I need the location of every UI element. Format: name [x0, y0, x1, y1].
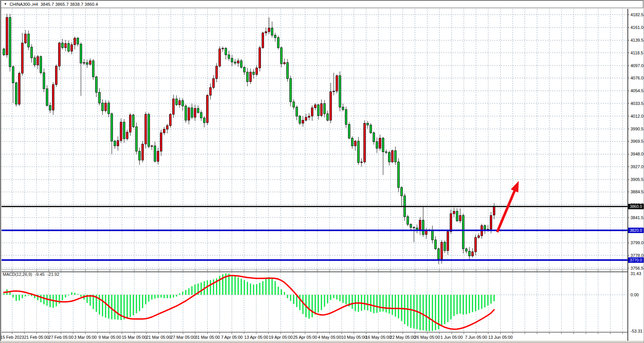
macd-bar: [447, 295, 449, 322]
candle-down: [385, 152, 387, 153]
macd-bar: [74, 293, 76, 295]
time-axis-label: 27 Mar 05:00: [170, 335, 195, 340]
candle-down: [80, 44, 82, 63]
macd-bar: [386, 295, 387, 313]
macd-bar: [47, 295, 48, 306]
macd-scale-zero: 0.00: [631, 292, 639, 297]
candle-down: [376, 142, 378, 148]
candle-up: [89, 61, 91, 64]
time-axis-label: 10 May 05:00: [341, 335, 367, 340]
candle-down: [185, 106, 187, 120]
macd-bar: [380, 295, 381, 312]
candle-down: [92, 61, 94, 77]
candle-down: [62, 43, 64, 47]
candle-down: [253, 72, 255, 74]
price-levels[interactable]: [2, 206, 628, 260]
candle-up: [179, 101, 181, 105]
macd-bar: [118, 295, 119, 320]
candle-up: [219, 49, 221, 66]
macd-bar: [472, 295, 473, 312]
candle-up: [493, 206, 495, 215]
candle-down: [154, 146, 156, 161]
time-axis-label: 15 Mar 05:00: [122, 335, 147, 340]
macd-bar: [250, 284, 251, 295]
window-left-edge: [0, 0, 1, 343]
candle-down: [40, 57, 42, 73]
macd-bar: [389, 295, 390, 314]
candle-up: [170, 114, 172, 125]
macd-bar: [426, 295, 427, 331]
candle-down: [274, 35, 276, 37]
symbol-dropdown-icon[interactable]: ▼: [4, 3, 7, 6]
candle-down: [240, 61, 242, 68]
candle-down: [370, 125, 372, 133]
candle-down: [9, 17, 11, 67]
candle-down: [31, 47, 33, 58]
macd-bar: [367, 295, 368, 311]
candle-down: [296, 107, 298, 116]
macd-bar: [466, 295, 467, 314]
macd-bar: [62, 295, 63, 300]
macd-bar: [398, 295, 399, 318]
candle-down: [43, 73, 45, 89]
candle-up: [450, 214, 452, 231]
candle-down: [388, 152, 390, 162]
candle-up: [250, 72, 252, 82]
macd-bar: [444, 295, 446, 324]
candle-down: [345, 110, 347, 125]
macd-bar: [155, 295, 156, 299]
macd-bar: [299, 295, 301, 310]
candle-down: [99, 92, 101, 103]
macd-bar: [232, 275, 233, 295]
macd-bar: [395, 295, 396, 317]
price-axis-label: 4118.5: [631, 51, 643, 55]
candle-up: [216, 66, 218, 78]
candle-down: [77, 38, 79, 44]
macd-bar: [247, 282, 248, 295]
macd-bar: [19, 295, 20, 301]
time-axis-label: 31 Mar 05:00: [195, 335, 220, 340]
macd-bar: [16, 295, 17, 301]
price-axis-label: 3756.5: [631, 266, 644, 270]
candle-down: [203, 118, 205, 123]
time-axis-label: 26 May 05:00: [414, 335, 440, 340]
candle-up: [478, 236, 480, 238]
price-axis-label: 4076.0: [631, 76, 644, 80]
macd-bar: [105, 295, 106, 318]
candle-up: [475, 238, 477, 252]
macd-bar: [340, 295, 341, 301]
macd-name: MACD(12,26,9): [3, 272, 32, 277]
candle-up: [311, 108, 313, 116]
candle-down: [466, 249, 467, 251]
macd-bar: [229, 274, 230, 295]
candle-up: [166, 126, 168, 129]
candle-down: [299, 116, 301, 123]
price-axis-label: 4139.5: [631, 38, 644, 42]
macd-bar: [192, 286, 193, 295]
price-axis-labels[interactable]: 4182.54161.04139.54118.54097.04076.04054…: [628, 12, 644, 333]
macd-bar: [158, 295, 159, 298]
candle-up: [447, 231, 449, 250]
macd-bar: [81, 295, 82, 297]
time-axis-labels[interactable]: 15 Feb 202321 Feb 05:0027 Feb 05:003 Mar…: [0, 335, 513, 340]
candle-down: [413, 227, 415, 228]
chart-canvas[interactable]: 4182.54161.04139.54118.54097.04076.04054…: [0, 0, 644, 343]
level-badge-value: 3770.0: [630, 258, 642, 262]
arrow-head[interactable]: [511, 181, 519, 193]
candle-up: [237, 61, 239, 63]
macd-bar: [321, 295, 322, 310]
macd-bar: [333, 295, 335, 298]
macd-bar: [170, 295, 171, 298]
candle-up: [163, 129, 165, 133]
price-axis-label: 3799.0: [631, 240, 644, 245]
candle-down: [15, 83, 17, 105]
time-axis-label: 27 Feb 05:00: [49, 335, 74, 340]
level-badge-value: 3820.0: [630, 228, 642, 233]
macd-bar: [68, 295, 69, 296]
macd-bar: [284, 292, 285, 295]
time-axis-label: 15 Feb 2023: [0, 335, 24, 340]
macd-bar: [71, 292, 72, 295]
macd-bar: [10, 292, 11, 295]
macd-bar: [259, 283, 261, 295]
macd-bar: [343, 295, 344, 303]
